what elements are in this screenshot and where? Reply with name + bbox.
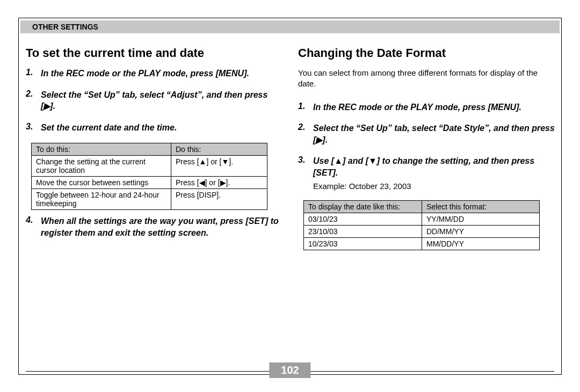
table-row: Change the setting at the current cursor… [32,156,267,177]
left-step-2-text: Select the “Set Up” tab, select “Adjust”… [41,89,284,112]
right-table-r2c0: 10/23/03 [304,238,422,250]
right-table-r0c0: 03/10/23 [304,213,422,226]
left-table-h2: Do this: [171,143,267,156]
right-step-1: In the REC mode or the PLAY mode, press … [298,101,556,113]
right-steps: In the REC mode or the PLAY mode, press … [298,101,556,191]
left-step-1-text: In the REC mode or the PLAY mode, press … [41,68,284,79]
left-table-r1c1: Press [◀] or [▶]. [171,177,267,189]
left-column: To set the current time and date In the … [26,43,284,249]
left-table-r2c1: Press [DISP]. [171,189,267,210]
table-row: Toggle between 12-hour and 24-hour timek… [32,189,267,210]
section-header-label: OTHER SETTINGS [32,23,98,31]
right-column: Changing the Date Format You can select … [298,43,556,256]
right-table-r1c1: DD/MM/YY [422,226,540,238]
left-step-3: Set the current date and the time. [26,122,284,134]
left-table-r0c0: Change the setting at the current cursor… [32,156,171,177]
right-table-r1c0: 23/10/03 [304,226,422,238]
table-row: 03/10/23 YY/MM/DD [304,213,540,226]
left-table-r1c0: Move the cursor between settings [32,177,171,189]
right-step-3-sub: Example: October 23, 2003 [313,182,556,191]
left-table-r2c0: Toggle between 12-hour and 24-hour timek… [32,189,171,210]
right-step-2: Select the “Set Up” tab, select “Date St… [298,122,556,146]
table-row: 23/10/03 DD/MM/YY [304,226,540,238]
right-step-1-text: In the REC mode or the PLAY mode, press … [313,101,556,113]
right-table-r0c1: YY/MM/DD [422,213,540,226]
right-table-h1: To display the date like this: [304,201,422,213]
right-table: To display the date like this: Select th… [303,200,540,250]
right-title: Changing the Date Format [298,46,556,60]
left-table: To do this: Do this: Change the setting … [31,143,267,210]
right-intro: You can select from among three differen… [298,68,556,90]
left-step-1: In the REC mode or the PLAY mode, press … [26,68,284,79]
left-table-h1: To do this: [32,143,171,156]
page-number-badge: 102 [269,362,310,378]
right-table-h2: Select this format: [422,201,540,213]
table-row: 10/23/03 MM/DD/YY [304,238,540,250]
section-header-bar [20,20,560,33]
left-step-4-text: When all the settings are the way you wa… [41,215,284,238]
left-steps-cont: When all the settings are the way you wa… [26,215,284,238]
left-title: To set the current time and date [26,46,284,60]
right-step-3: Use [▲] and [▼] to change the setting, a… [298,155,556,191]
left-step-3-text: Set the current date and the time. [41,122,284,134]
left-table-r0c1: Press [▲] or [▼]. [171,156,267,177]
right-step-3-text: Use [▲] and [▼] to change the setting, a… [313,155,556,178]
table-row: Move the cursor between settings Press [… [32,177,267,189]
left-step-2: Select the “Set Up” tab, select “Adjust”… [26,89,284,112]
left-step-4: When all the settings are the way you wa… [26,215,284,238]
table-header-row: To do this: Do this: [32,143,267,156]
right-step-2-text: Select the “Set Up” tab, select “Date St… [313,122,556,146]
right-table-r2c1: MM/DD/YY [422,238,540,250]
left-steps: In the REC mode or the PLAY mode, press … [26,68,284,133]
table-header-row: To display the date like this: Select th… [304,201,540,213]
